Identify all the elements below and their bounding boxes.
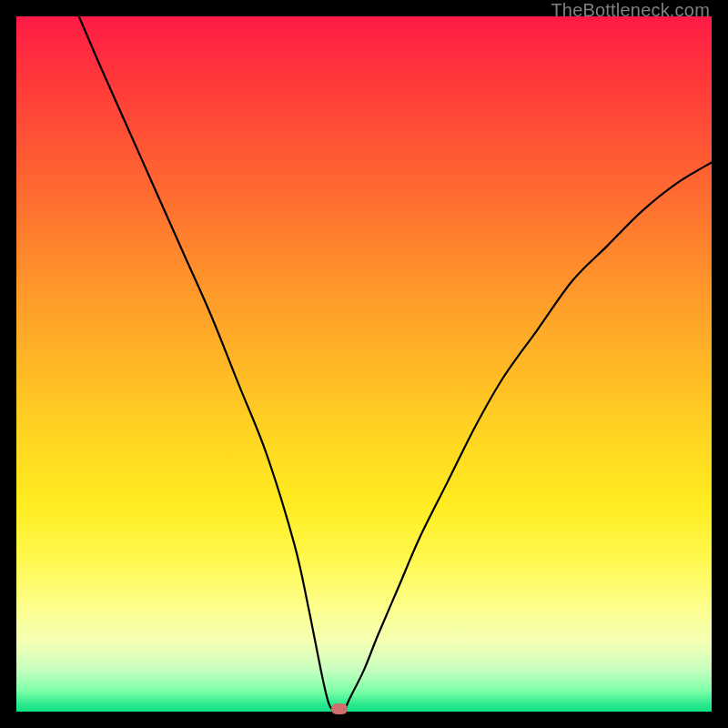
bottleneck-curve — [16, 16, 712, 712]
plot-area — [16, 16, 712, 712]
minimum-marker — [331, 703, 348, 714]
watermark-text: TheBottleneck.com — [551, 0, 710, 21]
chart-container: TheBottleneck.com — [0, 0, 728, 728]
